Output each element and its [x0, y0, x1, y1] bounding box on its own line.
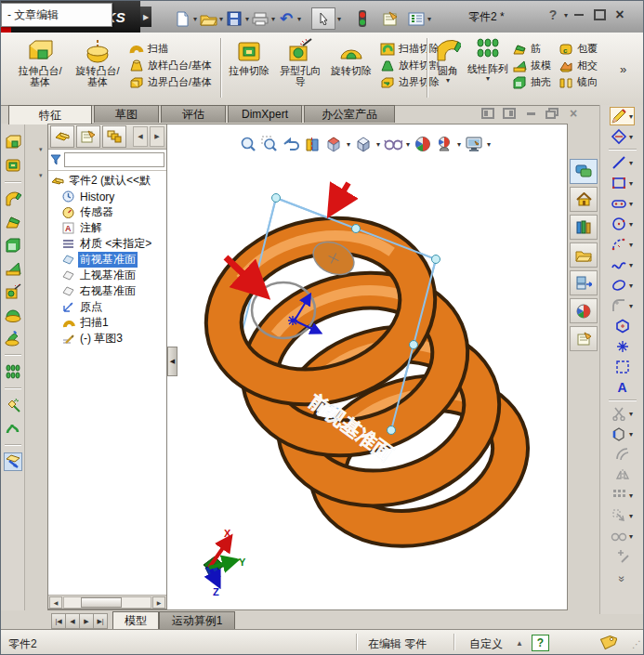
help-caret[interactable]: ▾	[564, 11, 568, 20]
file-explorer-tab-icon[interactable]	[570, 242, 598, 268]
smart-dimension-button[interactable]: ▾	[611, 127, 634, 146]
shell-button[interactable]: 抽壳	[512, 75, 551, 89]
fillet-sidebar-icon[interactable]	[4, 190, 22, 208]
restore-button[interactable]	[589, 7, 610, 23]
close-button[interactable]: ×	[610, 7, 630, 23]
print-caret[interactable]: ▾	[271, 15, 275, 23]
edit-appearance-icon[interactable]	[414, 135, 432, 153]
selection-box-tool[interactable]	[614, 358, 631, 376]
featuremanager-tab-icon[interactable]	[50, 125, 74, 148]
select-caret[interactable]: ▾	[337, 15, 341, 23]
tab-model[interactable]: 模型	[112, 611, 159, 630]
tree-item-material[interactable]: 材质 <未指定>	[50, 236, 166, 252]
add-relation-tool[interactable]	[614, 547, 631, 566]
section-view-icon[interactable]	[303, 135, 322, 153]
save-caret[interactable]: ▾	[245, 15, 249, 23]
tag-icon[interactable]	[598, 634, 617, 650]
doc-minimize-icon[interactable]	[521, 106, 540, 121]
draft-button[interactable]: 拔模	[512, 59, 551, 72]
view-settings-caret[interactable]: ▾	[487, 140, 491, 149]
units-up-arrow[interactable]: ▲	[516, 639, 523, 648]
wrap-button[interactable]: c包覆	[559, 42, 598, 56]
scroll-left-arrow[interactable]: ◀	[49, 596, 62, 609]
revolved-cut-button[interactable]: 旋转切除	[328, 38, 375, 76]
undo-caret[interactable]: ▾	[297, 15, 301, 23]
extruded-cut-sidebar-icon[interactable]	[4, 156, 22, 175]
design-library-tab-icon[interactable]	[570, 215, 598, 240]
entity-pattern-tool[interactable]: ▾	[611, 486, 634, 504]
tree-item-sweep1[interactable]: 扫描1	[50, 315, 166, 331]
measure-tool[interactable]: ▾	[611, 527, 634, 545]
display-style-caret[interactable]: ▾	[376, 140, 380, 149]
tree-root[interactable]: 零件2 (默认<<默	[50, 173, 166, 189]
rebuild-traffic-light-icon[interactable]	[353, 9, 372, 28]
plane-handle[interactable]	[410, 341, 418, 349]
hole-wizard-button[interactable]: 异型孔向导	[276, 38, 324, 87]
tree-item-top-plane[interactable]: 上视基准面	[50, 268, 166, 283]
sketch-button[interactable]: ▾	[610, 107, 635, 125]
line-tool[interactable]: ▾	[611, 153, 634, 172]
tab-nav-first[interactable]: |◀	[51, 613, 66, 629]
propertymanager-tab-icon[interactable]	[76, 125, 100, 148]
plane-handle[interactable]	[272, 194, 281, 203]
forum-tab-icon[interactable]	[570, 159, 598, 184]
menu-flyout-arrow[interactable]: ▶	[140, 7, 151, 27]
fillet-button[interactable]: 圆角 ▾	[430, 38, 466, 85]
options-caret[interactable]: ▾	[427, 15, 431, 23]
tree-item-sketch3[interactable]: (-) 草图3	[50, 331, 166, 347]
pane-right-icon[interactable]	[500, 106, 519, 121]
trim-tool[interactable]: ▾	[611, 404, 634, 423]
collapse-arrow[interactable]: ◀	[170, 358, 175, 365]
tab-office-products[interactable]: 办公室产品	[304, 105, 395, 123]
options-icon[interactable]	[407, 9, 426, 28]
tab-features[interactable]: 特征	[8, 105, 92, 124]
tree-item-right-plane[interactable]: 右视基准面	[50, 283, 166, 299]
plane-handle[interactable]	[388, 426, 396, 435]
intersect-button[interactable]: 相交	[559, 59, 598, 72]
linear-pattern-caret[interactable]: ▾	[486, 74, 490, 83]
rectangle-tool[interactable]: ▾	[611, 174, 634, 192]
panel-prev-arrow[interactable]: ◀	[133, 126, 148, 147]
dome-sidebar-icon[interactable]	[4, 306, 22, 324]
rib-sidebar-icon[interactable]	[4, 213, 22, 231]
extruded-boss-button[interactable]: 拉伸凸台/基体	[14, 38, 66, 87]
revolved-boss-button[interactable]: 旋转凸台/基体	[72, 38, 124, 87]
previous-view-icon[interactable]	[282, 135, 300, 153]
open-caret[interactable]: ▾	[219, 15, 223, 23]
convert-entities-tool[interactable]: ▾	[611, 425, 634, 443]
tab-nav-next[interactable]: ▶	[79, 613, 94, 629]
resize-grip[interactable]: ⋰	[632, 639, 642, 649]
appearances-tab-icon[interactable]	[570, 298, 598, 323]
view-settings-icon[interactable]	[465, 135, 483, 153]
new-document-icon[interactable]	[173, 9, 191, 28]
slot-tool[interactable]: ▾	[611, 194, 634, 213]
helix-curve-sidebar-icon[interactable]	[4, 419, 22, 438]
tree-hscrollbar[interactable]: ◀ ▶	[48, 595, 166, 609]
sketch-fillet-tool[interactable]: ▾	[611, 296, 634, 315]
hole-wizard-sidebar-icon[interactable]	[4, 282, 22, 301]
ellipse-tool[interactable]: ▾	[611, 276, 634, 295]
help-button[interactable]: ?	[543, 7, 563, 23]
save-icon[interactable]	[225, 9, 243, 28]
extruded-boss-sidebar-icon[interactable]	[4, 133, 22, 151]
flyout-caret[interactable]: ▾	[39, 172, 43, 179]
tab-dimxpert[interactable]: DimXpert	[228, 105, 302, 123]
panel-next-arrow[interactable]: ▶	[150, 126, 164, 147]
quick-tips-button[interactable]: ?	[532, 635, 549, 651]
linear-pattern-button[interactable]: 线性阵列 ▾	[467, 38, 508, 83]
doc-restore-icon[interactable]	[543, 106, 561, 121]
status-units[interactable]: 自定义	[469, 636, 503, 652]
view-orientation-caret[interactable]: ▾	[347, 140, 350, 149]
custom-properties-tab-icon[interactable]	[570, 326, 598, 351]
tree-item-front-plane[interactable]: 前视基准面	[50, 252, 166, 268]
polygon-tool[interactable]	[614, 317, 631, 335]
zoom-area-icon[interactable]	[260, 135, 279, 153]
tab-nav-prev[interactable]: ◀	[65, 613, 80, 629]
swept-boss-button[interactable]: 扫描	[129, 42, 212, 56]
apply-scene-caret[interactable]: ▾	[457, 140, 461, 149]
linear-pattern-sidebar-icon[interactable]	[4, 362, 22, 381]
hide-show-items-icon[interactable]	[384, 135, 402, 153]
rib-button[interactable]: 筋	[512, 42, 551, 56]
undo-icon[interactable]: ↶	[277, 9, 296, 28]
display-style-icon[interactable]	[354, 135, 373, 153]
